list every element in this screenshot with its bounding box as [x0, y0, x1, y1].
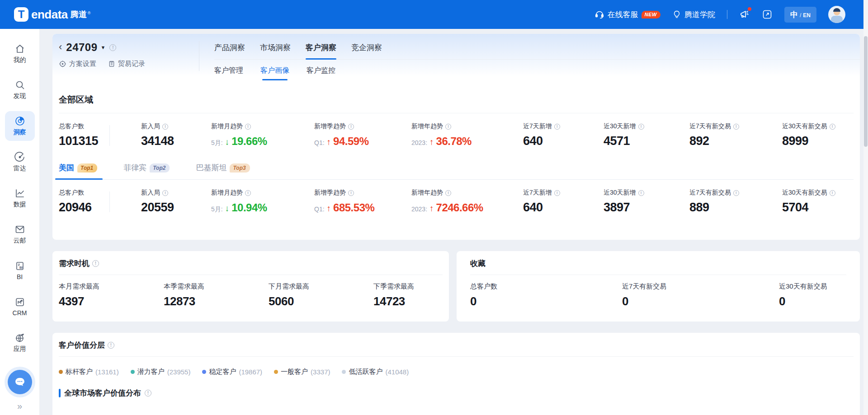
sidebar-item-data[interactable]: 数据 — [5, 183, 35, 213]
subtab-customer-monitor[interactable]: 客户监控 — [307, 60, 335, 80]
sidebar-item-radar[interactable]: 雷达 — [5, 147, 35, 177]
info-icon[interactable]: ! — [554, 190, 560, 196]
back-button[interactable]: ‹ — [59, 42, 62, 53]
stat-monthly-trend: 新增月趋势! 5月:↓10.94% — [211, 189, 314, 214]
legend-dot — [131, 370, 135, 374]
sidebar-label-data: 数据 — [14, 201, 26, 209]
legend-dot — [202, 370, 206, 374]
stat-quarterly-trend: 新增季趋势! Q1:↑94.59% — [314, 122, 411, 148]
info-icon[interactable]: ! — [638, 124, 644, 130]
country-tab-usa[interactable]: 美国 Top1 — [59, 163, 97, 173]
sidebar-item-mine[interactable]: 我的 — [5, 39, 35, 69]
tab-market-insight[interactable]: 市场洞察 — [260, 34, 291, 59]
online-service-link[interactable]: 在线客服 NEW — [594, 9, 660, 20]
country-tabs: 美国 Top1 菲律宾 Top2 巴基斯坦 Top3 — [59, 163, 854, 180]
sidebar-label-insight: 洞察 — [14, 128, 26, 136]
info-icon[interactable]: ! — [733, 124, 739, 130]
divider — [109, 125, 110, 146]
insight-tabs: 产品洞察 市场洞察 客户洞察 竞企洞察 客户管理 客户画像 客户监控 — [199, 34, 860, 82]
info-icon[interactable]: ! — [733, 190, 739, 196]
plan-header: ‹ 24709 ▼ ! 方案设置 — [52, 34, 860, 82]
info-icon[interactable]: ! — [162, 190, 168, 196]
arrow-up-icon: ↑ — [327, 204, 331, 214]
chat-bubble-icon — [14, 376, 26, 388]
logo-cn-text: 腾道 — [71, 9, 87, 20]
overview-card: ‹ 24709 ▼ ! 方案设置 — [52, 34, 860, 240]
info-icon[interactable]: ! — [830, 124, 835, 130]
info-icon[interactable]: ! — [245, 190, 251, 196]
sidebar-item-discover[interactable]: 发现 — [5, 75, 35, 105]
all-region-title: 全部区域 — [59, 94, 854, 106]
sidebar-item-bi[interactable]: BI BI — [5, 256, 35, 285]
sidebar-item-apps[interactable]: 应用 — [5, 328, 35, 358]
mail-icon — [14, 224, 25, 235]
customer-value-title: 客户价值分层 — [59, 340, 105, 350]
country-tab-pakistan[interactable]: 巴基斯坦 Top3 — [196, 163, 250, 173]
stat-yearly-trend: 新增年趋势! 2023:↑36.78% — [411, 122, 523, 148]
page-scrollbar[interactable] — [863, 0, 868, 415]
sidebar-item-insight[interactable]: 洞察 — [5, 111, 35, 141]
trade-records-link[interactable]: 贸易记录 — [108, 60, 145, 68]
arrow-up-icon: ↑ — [327, 137, 331, 147]
tab-competitor-insight[interactable]: 竞企洞察 — [351, 34, 382, 59]
scrollbar-thumb[interactable] — [864, 36, 868, 147]
tab-product-insight[interactable]: 产品洞察 — [214, 34, 245, 59]
headset-icon — [594, 9, 604, 19]
info-icon[interactable]: ! — [554, 124, 560, 130]
scheme-settings-link[interactable]: 方案设置 — [59, 60, 96, 68]
favorites-title: 收藏 — [470, 258, 486, 269]
online-service-label: 在线客服 — [608, 9, 638, 20]
chevron-down-icon[interactable]: ▼ — [101, 45, 106, 50]
legend-low-activity-customers[interactable]: 低活跃客户 (41048) — [342, 368, 409, 376]
info-icon[interactable]: ! — [445, 190, 451, 196]
legend-stable-customers[interactable]: 稳定客户 (19867) — [202, 368, 262, 376]
info-icon[interactable]: ! — [145, 390, 151, 396]
subtab-customer-management[interactable]: 客户管理 — [214, 60, 243, 80]
legend-general-customers[interactable]: 一般客户 (3337) — [274, 368, 330, 376]
sidebar-label-mail: 云邮 — [14, 237, 26, 245]
divider — [59, 356, 854, 357]
subtab-customer-profile[interactable]: 客户画像 — [260, 60, 289, 80]
academy-link[interactable]: 腾道学院 — [672, 9, 715, 20]
lang-separator: / — [800, 12, 801, 19]
tendata-logo[interactable]: T endata 腾道 ® — [14, 7, 90, 22]
trade-records-label: 贸易记录 — [118, 60, 145, 68]
sidebar-label-discover: 发现 — [14, 92, 26, 100]
sidebar-item-crm[interactable]: CRM — [5, 292, 35, 322]
legend-potential-customers[interactable]: 潜力客户 (23955) — [131, 368, 191, 376]
stat-fav-total-customers: 总客户数 0 — [470, 282, 622, 308]
info-icon[interactable]: ! — [162, 124, 168, 130]
language-switch[interactable]: 中 / EN — [784, 7, 816, 23]
info-icon[interactable]: ! — [445, 124, 451, 130]
info-icon[interactable]: ! — [348, 190, 354, 196]
fullscreen-button[interactable] — [762, 9, 773, 20]
divider — [59, 113, 854, 113]
insight-pie-icon — [14, 116, 25, 126]
chat-fab-button[interactable] — [8, 370, 32, 394]
info-icon[interactable]: ! — [830, 190, 835, 196]
country-tab-philippines[interactable]: 菲律宾 Top2 — [123, 163, 170, 173]
info-icon[interactable]: ! — [92, 260, 99, 267]
settings-target-icon — [59, 60, 66, 68]
stat-yearly-trend: 新增年趋势! 2023:↑7246.66% — [411, 189, 523, 214]
tab-customer-insight[interactable]: 客户洞察 — [306, 34, 336, 59]
arrow-up-icon: ↑ — [429, 137, 434, 147]
plan-id-selector[interactable]: 24709 — [66, 41, 97, 54]
sidebar-item-mail[interactable]: 云邮 — [5, 219, 35, 249]
info-icon[interactable]: ! — [245, 124, 251, 130]
legend-dot — [274, 370, 278, 374]
section-accent-bar — [59, 389, 61, 397]
favorites-card: 收藏 总客户数 0 近7天有新交易 0 近30天有新交易 0 — [457, 251, 860, 322]
stat-fav-trade-7d: 近7天有新交易 0 — [622, 282, 779, 308]
legend-benchmark-customers[interactable]: 标杆客户 (13161) — [59, 368, 119, 376]
plan-info-icon[interactable]: ! — [109, 44, 116, 51]
line-chart-icon — [14, 188, 25, 199]
user-avatar[interactable] — [828, 6, 845, 23]
stat-demand-next-month: 下月需求最高 5060 — [269, 282, 373, 308]
announcements-button[interactable] — [739, 9, 750, 20]
info-icon[interactable]: ! — [638, 190, 644, 196]
info-icon[interactable]: ! — [108, 342, 114, 349]
sidebar-expand-button[interactable]: » — [17, 401, 22, 411]
top-navbar: T endata 腾道 ® 在线客服 NEW 腾道学院 — [0, 0, 863, 29]
info-icon[interactable]: ! — [348, 124, 354, 130]
